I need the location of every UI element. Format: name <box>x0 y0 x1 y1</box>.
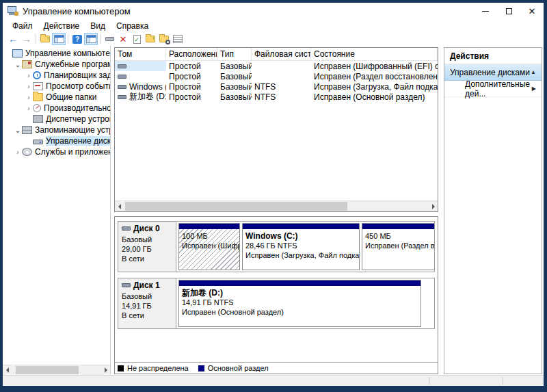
menu-view[interactable]: Вид <box>85 20 111 32</box>
console-tree: Управление компьютером (локальным) ⌄ Слу… <box>3 46 111 375</box>
primary-partition-swatch <box>198 365 204 371</box>
console-tree-toggle-icon[interactable] <box>52 33 66 45</box>
column-header-type[interactable]: Тип <box>217 48 252 60</box>
expander[interactable]: › <box>25 72 33 79</box>
tree-item-system-tools[interactable]: ⌄ Служебные программы <box>3 59 110 70</box>
volume-row-windows-c[interactable]: Windows (C:) Простой Базовый NTFS Исправ… <box>115 81 438 92</box>
expander[interactable]: ⌄ <box>14 61 22 68</box>
partition-d[interactable]: 新加卷 (D:) 14,91 ГБ NTFS Исправен (Основно… <box>178 280 421 327</box>
delete-volume-icon[interactable]: ✕ <box>116 33 130 45</box>
expander[interactable]: › <box>25 94 33 101</box>
actions-title: Действия <box>444 48 542 64</box>
actions-item-more-actions[interactable]: Дополнительные дей... ▶ <box>444 81 542 97</box>
expander[interactable]: › <box>14 148 22 156</box>
column-header-volume[interactable]: Том <box>115 48 166 60</box>
scroll-right-icon[interactable] <box>429 201 438 211</box>
partition-recovery[interactable]: 450 МБ Исправен (Раздел восстановления) <box>362 223 434 270</box>
menu-help[interactable]: Справка <box>111 20 154 32</box>
main-area: Управление компьютером (локальным) ⌄ Слу… <box>3 46 544 375</box>
volume-list-horizontal-scrollbar[interactable] <box>115 200 438 211</box>
tree-item-services-applications[interactable]: › Службы и приложения <box>3 146 110 157</box>
toolbar-separator <box>100 34 101 44</box>
clock-icon <box>33 71 41 79</box>
menu-bar: Файл Действие Вид Справка <box>3 19 544 32</box>
legend-bar: Не распределена Основной раздел <box>115 362 438 374</box>
back-icon[interactable]: ← <box>6 33 20 45</box>
disk-management-view: Том Расположение Тип Файловая система Со… <box>111 46 440 375</box>
volume-row-d[interactable]: 新加卷 (D:) Простой Базовый NTFS Исправен (… <box>115 92 438 102</box>
volume-row-efi[interactable]: Простой Базовый Исправен (Шифрованный (E… <box>115 61 438 71</box>
tree-item-computer-management[interactable]: Управление компьютером (локальным) <box>3 48 110 59</box>
disk-1-info[interactable]: Диск 1 Базовый 14,91 ГБ В сети <box>118 278 176 328</box>
partition-color-band <box>179 224 239 229</box>
scroll-left-icon[interactable] <box>115 201 124 211</box>
close-button[interactable]: ✕ <box>520 3 544 19</box>
scroll-left-icon[interactable] <box>3 365 12 375</box>
graphical-view: Диск 0 Базовый 29,00 ГБ В сети 100 МБ Ис… <box>114 216 438 374</box>
partition-windows-c[interactable]: Windows (C:) 28,46 ГБ NTFS Исправен (Заг… <box>242 223 360 270</box>
device-manager-icon <box>33 115 43 123</box>
help-icon[interactable]: ? <box>70 33 84 45</box>
menu-action[interactable]: Действие <box>38 20 85 32</box>
disk-0-partitions: 100 МБ Исправен (Шифрованный (EFI) систе… <box>176 222 434 272</box>
search-folder-icon[interactable] <box>157 33 171 45</box>
partition-color-band <box>179 280 421 286</box>
column-header-filesystem[interactable]: Файловая система <box>252 48 311 60</box>
tree-item-task-scheduler[interactable]: › Планировщик заданий <box>3 70 110 81</box>
column-header-status[interactable]: Состояние <box>311 48 438 60</box>
status-bar <box>3 375 544 386</box>
tree-item-shared-folders[interactable]: › Общие папки <box>3 92 110 103</box>
tree-item-storage[interactable]: ⌄ Запоминающие устройства <box>3 125 110 135</box>
tree-item-disk-management[interactable]: Управление дисками <box>3 135 110 146</box>
check-document-icon[interactable]: ✓ <box>130 33 144 45</box>
up-folder-icon[interactable]: ↑ <box>38 33 52 45</box>
action-pane-toggle-icon[interactable] <box>84 33 98 45</box>
partition-color-band <box>243 224 359 229</box>
add-folder-icon[interactable]: ↑ <box>144 33 157 45</box>
disk-1-row: Диск 1 Базовый 14,91 ГБ В сети 新加卷 (D:) … <box>118 278 435 329</box>
maximize-icon <box>506 8 512 14</box>
tree-item-performance[interactable]: › Производительность <box>3 103 110 114</box>
collapse-icon[interactable]: ▲ <box>531 69 536 75</box>
column-header-layout[interactable]: Расположение <box>166 48 217 60</box>
computer-management-window: Управление компьютером ✕ Файл Действие В… <box>3 3 544 386</box>
volume-list-header: Том Расположение Тип Файловая система Со… <box>115 48 438 61</box>
partition-color-band <box>362 224 434 229</box>
expander[interactable]: › <box>25 83 33 90</box>
toolbar-separator <box>68 34 68 44</box>
actions-group-disk-management[interactable]: Управление дисками ▲ <box>444 64 542 81</box>
maximize-button[interactable] <box>497 3 520 19</box>
volume-icon <box>118 95 126 99</box>
status-divider <box>503 377 503 384</box>
expander[interactable]: ⌄ <box>14 127 22 134</box>
window-title: Управление компьютером <box>23 6 131 16</box>
storage-icon <box>22 126 32 134</box>
tree-item-event-viewer[interactable]: › Просмотр событий <box>3 81 110 92</box>
partition-efi[interactable]: 100 МБ Исправен (Шифрованный (EFI) систе… <box>178 223 240 270</box>
forward-icon[interactable]: → <box>20 33 34 45</box>
computer-icon <box>12 49 23 57</box>
scroll-thumb[interactable] <box>125 202 347 211</box>
disk-1-partitions: 新加卷 (D:) 14,91 ГБ NTFS Исправен (Основно… <box>176 278 434 328</box>
expander[interactable]: › <box>25 105 33 112</box>
services-icon <box>22 148 32 156</box>
scroll-thumb[interactable] <box>16 366 79 374</box>
app-icon <box>8 6 18 16</box>
tree-horizontal-scrollbar[interactable] <box>3 365 110 375</box>
toolbar: ← → ↑ ? ✕ ✓ ↑ <box>3 32 544 46</box>
volume-row-recovery[interactable]: Простой Базовый Исправен (Раздел восстан… <box>115 71 438 81</box>
disk-0-info[interactable]: Диск 0 Базовый 29,00 ГБ В сети <box>118 222 176 272</box>
volume-icon <box>118 64 126 68</box>
shared-folders-icon <box>33 93 43 101</box>
disk-icon <box>122 226 131 231</box>
volume-list: Том Расположение Тип Файловая система Со… <box>114 47 438 212</box>
tree-item-device-manager[interactable]: Диспетчер устройств <box>3 114 110 125</box>
minimize-button[interactable] <box>474 3 497 19</box>
disk-icon <box>122 283 131 287</box>
properties-icon[interactable] <box>171 33 185 45</box>
status-divider <box>429 377 430 384</box>
scroll-right-icon[interactable] <box>101 365 110 375</box>
drive-icon[interactable] <box>103 33 116 45</box>
legend-primary-partition: Основной раздел <box>198 364 269 372</box>
menu-file[interactable]: Файл <box>7 20 38 32</box>
